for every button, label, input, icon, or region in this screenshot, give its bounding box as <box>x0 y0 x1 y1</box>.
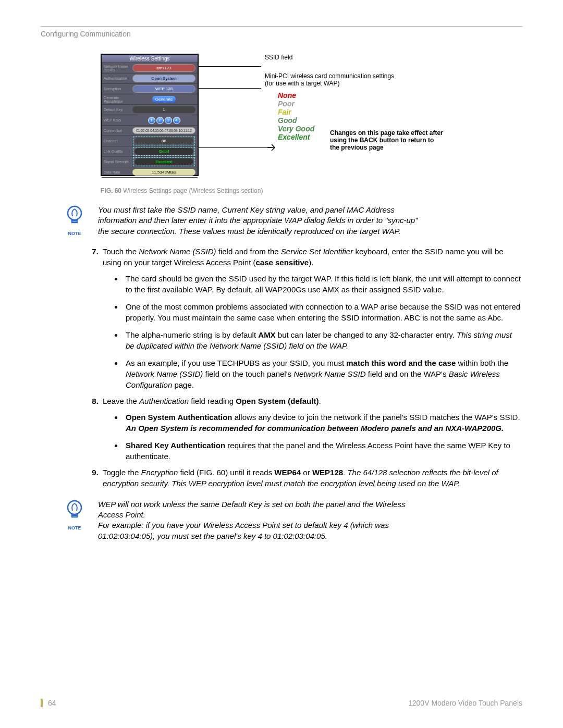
svg-point-0 <box>68 206 81 220</box>
bullet: The alpha-numeric string is by default A… <box>124 328 522 351</box>
wireless-settings-panel: Wireless Settings Network Name (SSID)amx… <box>101 54 199 176</box>
arrow-icon <box>267 143 276 152</box>
text: Open System Authentication <box>126 413 232 422</box>
text: page. <box>172 380 194 389</box>
text: case sensitive <box>255 258 309 267</box>
row-label: Channel <box>104 139 132 143</box>
row-label: Encryption <box>104 87 132 91</box>
text: Network Name (SSID) <box>126 369 203 378</box>
link-quality-field: Good <box>134 148 193 155</box>
figure-number: FIG. 60 <box>101 187 121 194</box>
ssid-field[interactable]: amx123 <box>132 64 195 72</box>
text: field on the touch panel's <box>203 369 293 378</box>
note-text-1: You must first take the SSID name, Curre… <box>88 205 421 237</box>
row-label: Link Quality <box>104 150 132 153</box>
text: Open System (default) <box>236 397 319 405</box>
bullet: The card should be given the SSID used b… <box>124 272 522 295</box>
bullet: Shared Key Authentication requires that … <box>124 439 522 462</box>
figure-caption-text: Wireless Settings page (Wireless Setting… <box>121 187 263 194</box>
step-9: Toggle the Encryption field (FIG. 60) un… <box>101 467 522 489</box>
quality-poor: Poor <box>278 100 314 108</box>
text: ). <box>309 258 313 267</box>
text: Network Name (SSID) <box>139 247 216 256</box>
svg-point-2 <box>68 501 81 514</box>
text: field and on the WAP's <box>366 369 449 378</box>
text: field and from the <box>216 247 281 256</box>
quality-very-good: Very Good <box>278 125 314 133</box>
step-7: Touch the Network Name (SSID) field and … <box>101 246 522 390</box>
row-label: Default Key <box>104 108 132 112</box>
text: Leave the <box>103 397 139 405</box>
text: Service Set Identifier <box>281 247 353 256</box>
encryption-field[interactable]: WEP 128 <box>132 85 195 93</box>
text: AMX <box>258 330 275 339</box>
text: within both the <box>456 359 508 367</box>
quality-scale: None Poor Fair Good Very Good Excellent <box>278 91 314 141</box>
callout-changes-note: Changes on this page take effect after u… <box>330 129 445 151</box>
instruction-list: Touch the Network Name (SSID) field and … <box>101 246 522 489</box>
bullet: As an example, if you use TECHPUBS as yo… <box>124 356 522 390</box>
text: WEP64 <box>274 468 301 477</box>
section-header: Configuring Communication <box>41 30 522 38</box>
text: allows any device to join the network if… <box>232 413 520 422</box>
default-key-field[interactable]: 1 <box>132 106 195 113</box>
note-text-2: WEP will not work unless the same Defaul… <box>88 499 421 541</box>
generate-button[interactable]: Generate <box>152 96 176 103</box>
text: Touch the <box>103 247 139 256</box>
text: field (FIG. 60) until it reads <box>178 468 274 477</box>
quality-none: None <box>278 91 314 100</box>
note-label: NOTE <box>62 231 88 236</box>
auth-field[interactable]: Open System <box>132 75 195 82</box>
quality-excellent: Excellent <box>278 133 314 141</box>
text: match this word and the case <box>346 359 456 367</box>
step-8: Leave the Authentication field reading O… <box>101 396 522 462</box>
note-label: NOTE <box>62 525 88 530</box>
data-rate-field: 11.5343MB/s <box>132 169 195 176</box>
figure-60: Wireless Settings Network Name (SSID)amx… <box>101 54 522 184</box>
page-number: 64 <box>41 699 56 707</box>
row-label: Network Name (SSID) <box>104 65 132 72</box>
signal-strength-field: Excellent <box>134 158 193 165</box>
text: Toggle the <box>103 468 141 477</box>
text: field reading <box>189 397 236 405</box>
note-block-1: NOTE You must first take the SSID name, … <box>62 205 522 237</box>
text: WEP128 <box>312 468 343 477</box>
text: Shared Key Authentication <box>126 441 225 450</box>
note-icon: NOTE <box>62 499 88 541</box>
callout-mini-pci: Mini-PCI wireless card communication set… <box>265 72 395 87</box>
bullet: One of the most common problems associat… <box>124 300 522 323</box>
quality-fair: Fair <box>278 108 314 116</box>
row-label: Connection <box>104 129 132 132</box>
row-label: WEP Keys <box>104 118 132 122</box>
text: Encryption <box>141 468 178 477</box>
figure-caption: FIG. 60 Wireless Settings page (Wireless… <box>101 187 522 194</box>
note-icon: NOTE <box>62 205 88 237</box>
text: As an example, if you use TECHPUBS as yo… <box>126 359 346 367</box>
text: but can later be changed to any 32-chara… <box>276 330 457 339</box>
note-block-2: NOTE WEP will not work unless the same D… <box>62 499 522 541</box>
text: or <box>301 468 312 477</box>
row-label: Data Rate <box>104 170 132 174</box>
text: . <box>319 397 321 405</box>
callout-ssid: SSID field <box>265 54 292 61</box>
document-title: 1200V Modero Video Touch Panels <box>408 699 522 707</box>
row-label: Authentication <box>104 77 132 80</box>
text: An Open System is recommended for commun… <box>126 424 504 433</box>
row-label: Generate Passphrase <box>104 96 132 103</box>
text: The alpha-numeric string is by default <box>126 330 258 339</box>
row-label: Signal Strength <box>104 160 132 164</box>
text: Network Name SSID <box>293 369 365 378</box>
wep-keys[interactable]: 1234 <box>132 117 195 124</box>
quality-good: Good <box>278 116 314 125</box>
text: Authentication <box>139 397 189 405</box>
panel-title: Wireless Settings <box>102 55 198 63</box>
channel-field: 06 <box>134 138 193 144</box>
connection-field: 01:02:03:04:05:06:07:08:09:10:11:12 <box>132 127 195 134</box>
bullet: Open System Authentication allows any de… <box>124 411 522 434</box>
